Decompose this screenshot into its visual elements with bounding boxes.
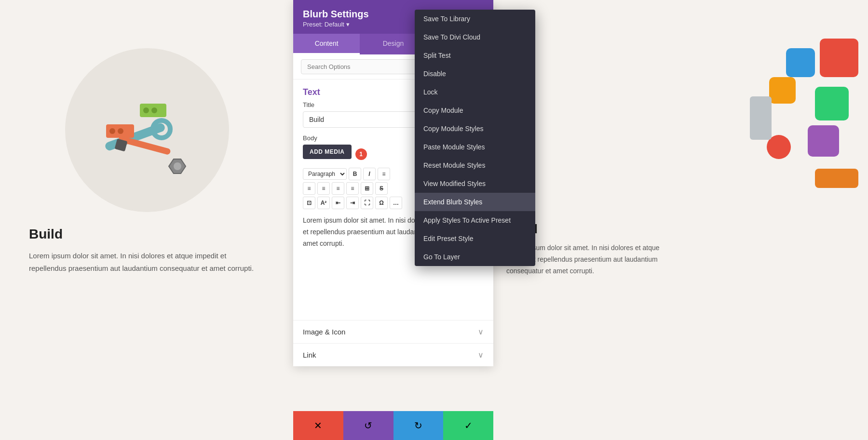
deco-block-purple [808, 125, 839, 157]
right-decoration [646, 0, 868, 440]
left-blurb-area: Build Lorem ipsum dolor sit amet. In nis… [0, 0, 294, 440]
bold-button[interactable]: B [349, 168, 361, 180]
deco-block-orange [769, 77, 796, 104]
deco-block-gray-tall [750, 96, 772, 140]
accordion-arrow-down-2: ∨ [478, 350, 484, 360]
panel-preset[interactable]: Preset: Default ▾ [303, 21, 369, 28]
indent-left-button[interactable]: ⇤ [332, 197, 344, 209]
align-center-button[interactable]: ≡ [317, 182, 330, 195]
more-tools-button[interactable]: … [390, 197, 402, 209]
svg-point-5 [143, 107, 149, 113]
context-menu-item-6[interactable]: Copy Module Styles [415, 120, 535, 138]
context-menu-item-7[interactable]: Paste Module Styles [415, 138, 535, 156]
accordion-arrow-down-1: ∨ [478, 327, 484, 336]
context-menu-item-3[interactable]: Disable [415, 65, 535, 83]
paragraph-select[interactable]: Paragraph [303, 168, 347, 180]
context-menu-item-4[interactable]: Lock [415, 83, 535, 101]
table-button[interactable]: ⊞ [361, 182, 373, 195]
link-accordion[interactable]: Link ∨ [293, 343, 493, 366]
context-menu-item-1[interactable]: Save To Divi Cloud [415, 28, 535, 46]
context-menu-item-0[interactable]: Save To Library [415, 10, 535, 28]
svg-point-8 [109, 128, 115, 134]
context-menu-item-2[interactable]: Split Test [415, 46, 535, 65]
cancel-button[interactable]: ✕ [293, 411, 343, 440]
context-menu-item-11[interactable]: Apply Styles To Active Preset [415, 211, 535, 229]
context-menu-item-8[interactable]: Reset Module Styles [415, 156, 535, 174]
panel-header-left: Blurb Settings Preset: Default ▾ [303, 9, 369, 28]
indent-button[interactable]: ⊡ [303, 197, 315, 209]
special-char-button[interactable]: Ω [375, 197, 388, 209]
list-button[interactable]: ≡ [378, 168, 390, 180]
align-justify-button[interactable]: ≡ [346, 182, 359, 195]
left-blurb-body: Lorem ipsum dolor sit amet. In nisi dolo… [29, 250, 265, 274]
context-menu-item-10[interactable]: Extend Blurb Styles [415, 193, 535, 211]
deco-block-red [820, 39, 858, 77]
indent-right-button[interactable]: ⇥ [346, 197, 359, 209]
deco-block-blue [786, 48, 815, 77]
deco-block-long-orange [815, 169, 858, 188]
tools-illustration [75, 58, 219, 202]
add-media-button[interactable]: ADD MEDIA [303, 145, 352, 159]
bottom-toolbar: ✕ ↺ ↻ ✓ [293, 411, 493, 440]
context-menu-item-9[interactable]: View Modified Styles [415, 174, 535, 193]
notification-badge: 1 [355, 148, 367, 160]
blurb-image-circle [65, 48, 229, 212]
tab-content[interactable]: Content [293, 34, 360, 54]
left-blurb-title: Build [29, 227, 265, 242]
save-button[interactable]: ✓ [443, 411, 493, 440]
context-menu-item-13[interactable]: Go To Layer [415, 248, 535, 266]
svg-point-11 [174, 162, 181, 170]
redo-button[interactable]: ↻ [393, 411, 444, 440]
image-icon-accordion[interactable]: Image & Icon ∨ [293, 320, 493, 343]
fullscreen-button[interactable]: ⛶ [361, 197, 373, 209]
italic-button[interactable]: I [363, 168, 376, 180]
deco-block-green [815, 87, 849, 120]
context-menu-item-12[interactable]: Edit Preset Style [415, 229, 535, 248]
svg-point-9 [118, 128, 123, 134]
strikethrough-button[interactable]: S [375, 182, 388, 195]
image-icon-title: Image & Icon [303, 328, 345, 336]
align-right-button[interactable]: ≡ [332, 182, 344, 195]
link-title: Link [303, 351, 316, 359]
panel-title: Blurb Settings [303, 9, 369, 20]
superscript-button[interactable]: A² [317, 197, 330, 209]
align-left-button[interactable]: ≡ [303, 182, 315, 195]
context-menu: Save To LibrarySave To Divi CloudSplit T… [415, 10, 535, 266]
undo-button[interactable]: ↺ [343, 411, 393, 440]
svg-point-6 [151, 107, 157, 113]
context-menu-item-5[interactable]: Copy Module [415, 101, 535, 120]
